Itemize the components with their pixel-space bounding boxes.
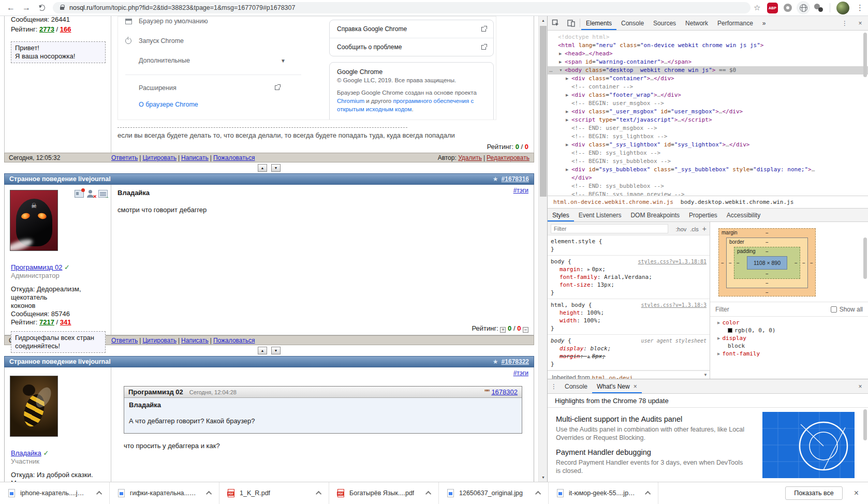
devtools-tab-network[interactable]: Network: [681, 16, 713, 30]
forward-icon[interactable]: →: [19, 3, 34, 12]
star-icon[interactable]: ★: [493, 358, 498, 365]
donut-extension-icon[interactable]: [780, 4, 796, 12]
download-chevron-icon[interactable]: [535, 491, 541, 497]
tree-node[interactable]: ▶<div class="_sys_lightbox" id="sys_ligh…: [548, 141, 868, 149]
expand-arrow-icon[interactable]: ▶: [559, 58, 565, 66]
post-action-link[interactable]: Пожаловаться: [213, 337, 255, 344]
devtools-menu-icon[interactable]: ⋮: [837, 16, 852, 30]
scroll-up-button[interactable]: ▲: [258, 347, 267, 354]
devtools-tab-sources[interactable]: Sources: [649, 16, 681, 30]
post-id-link[interactable]: #1678316: [502, 175, 529, 183]
css-property[interactable]: width: 100%;: [551, 317, 707, 324]
ignore-user-icon[interactable]: [86, 190, 96, 198]
inspect-element-icon[interactable]: [548, 16, 563, 30]
computed-filter-input[interactable]: [715, 305, 826, 314]
globe-extension-icon[interactable]: [796, 1, 811, 14]
quote-message-link[interactable]: 1678302: [491, 388, 518, 396]
tree-node[interactable]: <!-- END: sys_bubblebox -->: [548, 182, 868, 190]
back-icon[interactable]: ←: [3, 3, 19, 12]
styles-scroll-down-icon[interactable]: ▼: [703, 373, 708, 377]
tree-node[interactable]: <!-- container -->: [548, 83, 868, 91]
drawer-tab-console[interactable]: Console: [560, 379, 592, 393]
devtools-close-icon[interactable]: ×: [852, 16, 868, 30]
rating-bad-link[interactable]: 166: [60, 25, 71, 33]
expand-arrow-icon[interactable]: ▶: [717, 321, 720, 324]
scrollbar-down-arrow[interactable]: ▼: [539, 473, 548, 482]
styles-toolbar-toggles[interactable]: :hov.cls+: [672, 225, 707, 233]
css-property[interactable]: font-family: Arial,Verdana;: [551, 273, 707, 281]
rate-minus-button[interactable]: −: [523, 327, 528, 333]
stylesheet-link[interactable]: styles.css?v=1.3.18:81: [638, 258, 707, 265]
scrollbar-thumb[interactable]: [540, 26, 547, 197]
send-message-icon[interactable]: [98, 190, 108, 198]
tree-node[interactable]: <!doctype html>: [548, 33, 868, 41]
rating-good-link[interactable]: 2773: [39, 25, 54, 33]
sidebar-tab-styles[interactable]: Styles: [548, 209, 574, 221]
tree-node[interactable]: <html lang="neru" class="on-device webki…: [548, 41, 868, 50]
style-rule[interactable]: element.style {}: [548, 235, 710, 256]
download-item[interactable]: Богатырёв Язык....pdf: [329, 482, 439, 504]
collapse-arrow-icon[interactable]: ▼: [559, 66, 565, 75]
post-action-link[interactable]: Цитировать: [142, 337, 176, 344]
post-action-link[interactable]: Пожаловаться: [213, 154, 255, 161]
computed-scrollbar[interactable]: [862, 222, 868, 379]
expand-arrow-icon[interactable]: ▶: [566, 116, 571, 124]
stylesheet-link[interactable]: styles.css?v=1.3.18:3: [641, 301, 707, 309]
expand-arrow-icon[interactable]: ▶: [566, 75, 571, 83]
computed-property[interactable]: ▶color: [717, 319, 868, 327]
download-item[interactable]: iphone-каратель....jpeg: [0, 482, 110, 504]
page-scrollbar[interactable]: ▲ ▼: [538, 16, 547, 482]
tree-node[interactable]: <!-- BEGIN: sys_bubblebox -->: [548, 157, 868, 166]
css-property[interactable]: display: block;: [551, 345, 707, 352]
sidebar-tab-event-listeners[interactable]: Event Listeners: [574, 209, 626, 221]
tree-node[interactable]: ▶<div id="sys_bubblebox" class="_sys_bub…: [548, 166, 868, 174]
devtools-tab-elements[interactable]: Elements: [581, 16, 616, 30]
tree-node[interactable]: <!-- BEGIN: sys_lightbox -->: [548, 132, 868, 141]
download-item[interactable]: 1_K_R.pdf: [219, 482, 329, 504]
tree-node[interactable]: …▼<body class="desktop webkit chrome win…: [548, 66, 868, 75]
drawer-menu-icon[interactable]: ⋮: [548, 379, 560, 393]
tags-link[interactable]: #тэги: [513, 369, 528, 377]
post-action-link[interactable]: Цитировать: [142, 154, 176, 161]
download-item[interactable]: 12650637_original.jpg: [439, 482, 549, 504]
rating-bad-link[interactable]: 341: [60, 318, 71, 326]
post-action-link[interactable]: Ответить: [111, 154, 138, 161]
tree-node[interactable]: ▶<head>…</head>: [548, 50, 868, 58]
tree-node[interactable]: ▶<script type="text/javascript">…</scrip…: [548, 116, 868, 124]
download-chevron-icon[interactable]: [316, 491, 321, 497]
drawer-scrollbar[interactable]: [862, 408, 868, 482]
rate-plus-button[interactable]: +: [500, 327, 506, 333]
computed-property[interactable]: ▶font-family: [717, 350, 868, 358]
expand-arrow-icon[interactable]: ▶: [566, 141, 571, 149]
css-property[interactable]: height: 100%;: [551, 309, 707, 317]
reload-icon[interactable]: [39, 5, 45, 11]
style-rule[interactable]: styles.css?v=1.3.18:3html, body {height:…: [548, 299, 710, 335]
download-item[interactable]: гифки-карательна....gif: [110, 482, 219, 504]
expand-arrow-icon[interactable]: ▶: [717, 336, 720, 340]
expand-arrow-icon[interactable]: ▶: [566, 91, 571, 99]
tree-node[interactable]: <!-- BEGIN: user_msgbox -->: [548, 99, 868, 108]
spheres-extension-icon[interactable]: [811, 3, 827, 12]
elements-scrollbar[interactable]: [862, 31, 868, 196]
tree-node[interactable]: <!-- END: sys_lightbox -->: [548, 149, 868, 157]
username-link[interactable]: Владайка: [11, 449, 41, 457]
download-item[interactable]: it-юмор-geek-55....jpeg: [549, 482, 658, 504]
css-property[interactable]: margin: ▶8px;: [551, 352, 707, 360]
expand-arrow-icon[interactable]: ▶: [717, 352, 720, 355]
profile-avatar[interactable]: [836, 2, 849, 14]
tree-node[interactable]: ▶<div class="_user_msgbox" id="user_msgb…: [548, 108, 868, 116]
style-rule[interactable]: styles.css?v=1.3.18:81body {margin: ▶0px…: [548, 256, 710, 299]
tree-node[interactable]: </div>: [548, 174, 868, 182]
post-id-link[interactable]: #1678322: [502, 358, 529, 365]
download-chevron-icon[interactable]: [96, 491, 102, 497]
tree-node[interactable]: ▶<div class="container">…</div>: [548, 75, 868, 83]
post-action-link[interactable]: Ответить: [111, 337, 138, 344]
browser-menu-icon[interactable]: ⋮: [852, 3, 867, 12]
drawer-tab-whats-new[interactable]: What's New×: [592, 379, 642, 393]
tags-link[interactable]: #тэги: [513, 187, 528, 194]
expand-arrow-icon[interactable]: ▶: [566, 108, 571, 116]
scroll-down-button[interactable]: ▼: [271, 347, 281, 354]
computed-property[interactable]: ▶display: [717, 334, 868, 342]
expand-arrow-icon[interactable]: ▶: [559, 50, 565, 58]
device-toolbar-icon[interactable]: [563, 16, 579, 30]
